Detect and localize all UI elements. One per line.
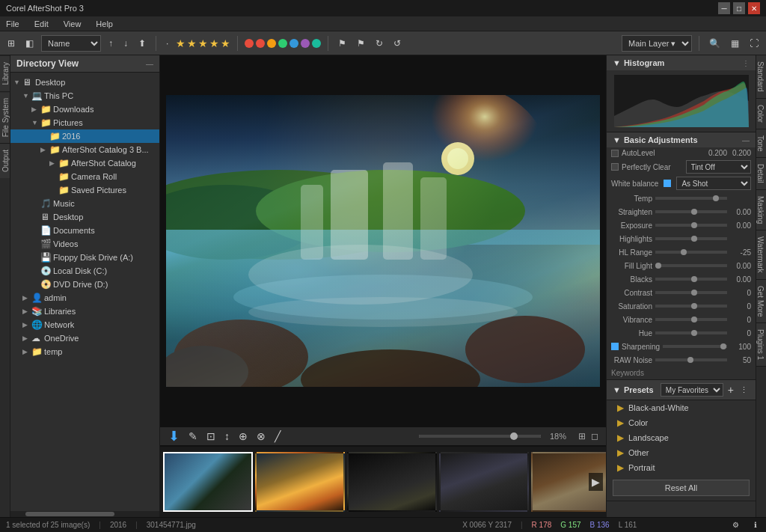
tab-watermark[interactable]: Watermark [756,230,766,280]
tree-item-saved-pictures[interactable]: 📁 Saved Pictures [10,183,159,197]
contrast-slider[interactable] [655,291,727,294]
filmstrip-icon[interactable]: ▦ [728,37,742,50]
tree-item-videos[interactable]: 🎬 Videos [10,237,159,251]
catalog-icon[interactable]: ◧ [22,37,37,50]
image-viewer[interactable] [160,55,606,426]
maximize-button[interactable]: □ [733,2,745,14]
tab-library[interactable]: Library [0,55,10,91]
tree-item-desktop[interactable]: ▼ 🖥 Desktop [10,76,159,89]
tree-item-admin[interactable]: ▶ 👤 admin [10,291,159,305]
clone-tool[interactable]: ⊕ [236,429,250,444]
tab-masking[interactable]: Masking [756,190,766,230]
reject-icon[interactable]: ⚑ [354,37,368,50]
minimize-button[interactable]: ─ [718,2,730,14]
color-purple[interactable] [301,39,310,48]
presets-tab-dropdown[interactable]: My Favorites [661,383,723,397]
preset-portrait[interactable]: ▶ Portrait [607,460,756,475]
tab-file-system[interactable]: File System [0,91,10,143]
wb-checkbox[interactable] [664,180,671,187]
color-blue[interactable] [289,39,298,48]
tree-item-floppy[interactable]: 💾 Floppy Disk Drive (A:) [10,251,159,264]
tree-item-aftershot-3[interactable]: ▶ 📁 AfterShot Catalog 3 B... [10,143,159,156]
tree-item-aftershot-catalog[interactable]: ▶ 📁 AfterShot Catalog [10,156,159,170]
basic-adj-options[interactable]: — [742,136,750,144]
basic-adj-header[interactable]: ▼ Basic Adjustments — [607,132,756,147]
file-tree-scrollbar[interactable] [10,511,159,517]
tab-plugins[interactable]: Plugins 1 [756,323,766,367]
sort-dropdown[interactable]: Name [41,35,101,52]
preset-color[interactable]: ▶ Color [607,415,756,430]
color-teal[interactable] [312,39,321,48]
color-green[interactable] [278,39,287,48]
flag-icon[interactable]: · [163,37,171,50]
rotate-cw-icon[interactable]: ↻ [373,37,386,50]
grid-view-btn[interactable]: ⊞ [577,429,587,443]
sort-asc-icon[interactable]: ↑ [105,37,116,50]
menu-file[interactable]: File [3,18,22,30]
tree-item-camera-roll[interactable]: 📁 Camera Roll [10,170,159,183]
presets-header[interactable]: ▼ Presets My Favorites + ⋮ [607,380,756,400]
tab-standard[interactable]: Standard [756,55,766,99]
tree-item-downloads[interactable]: ▶ 📁 Downloads [10,103,159,116]
star-2[interactable]: ★ [187,37,197,49]
tree-item-this-pc[interactable]: ▼ 💻 This PC [10,89,159,103]
sharpening-slider[interactable] [663,345,727,348]
thumb-1[interactable] [163,452,253,512]
menu-view[interactable]: View [61,18,85,30]
menu-edit[interactable]: Edit [31,18,52,30]
star-1[interactable]: ★ [176,37,186,49]
tree-item-2016[interactable]: 📁 2016 [10,129,159,143]
tree-item-desktop2[interactable]: 🖥 Desktop [10,210,159,224]
sort-desc-icon[interactable]: ↓ [120,37,131,50]
thumb-4[interactable] [439,452,529,512]
preset-other[interactable]: ▶ Other [607,445,756,460]
tab-tone[interactable]: Tone [756,129,766,159]
tree-item-local-disk[interactable]: 💿 Local Disk (C:) [10,264,159,278]
highlights-slider[interactable] [655,237,727,240]
fullscreen-icon[interactable]: ⛶ [747,37,762,50]
tab-output[interactable]: Output [0,143,10,178]
tree-item-dvd[interactable]: 📀 DVD Drive (D:) [10,278,159,291]
sharp-checkbox[interactable] [611,343,619,350]
histogram-options[interactable]: ⋮ [742,59,750,67]
library-icon[interactable]: ⊞ [4,37,18,50]
export-icon[interactable]: ⬆ [135,37,149,50]
preset-landscape[interactable]: ▶ Landscape [607,430,756,445]
thumb-2[interactable] [255,452,345,512]
single-view-btn[interactable]: ◻ [589,429,600,443]
star-3[interactable]: ★ [198,37,208,49]
filmstrip-next[interactable]: ▶ [589,473,603,491]
fill-light-slider[interactable] [655,264,727,267]
menu-help[interactable]: Help [93,18,116,30]
close-button[interactable]: ✕ [748,2,760,14]
color-orange[interactable] [267,39,276,48]
tree-item-pictures[interactable]: ▼ 📁 Pictures [10,116,159,129]
zoom-icon[interactable]: 🔍 [706,37,723,50]
temp-slider[interactable] [655,197,727,200]
tree-item-music[interactable]: 🎵 Music [10,197,159,210]
layer-dropdown[interactable]: Main Layer ▾ [622,35,692,52]
tab-get-more[interactable]: Get More [756,280,766,324]
rotate-tool[interactable]: ↕ [222,429,232,444]
tree-item-onedrive[interactable]: ▶ ☁ OneDrive [10,331,159,345]
white-balance-dropdown[interactable]: As Shot [676,177,751,190]
autolevel-checkbox[interactable] [611,150,619,157]
tree-item-documents[interactable]: 📄 Documents [10,224,159,237]
flag2-icon[interactable]: ⚑ [335,37,349,50]
blacks-slider[interactable] [655,278,727,281]
presets-options-btn[interactable]: ⋮ [738,385,750,395]
heal-tool[interactable]: ⊗ [254,429,268,444]
rotate-ccw-icon[interactable]: ↺ [390,37,404,50]
perfectly-clear-checkbox[interactable] [611,163,619,171]
brush-tool[interactable]: ✎ [186,429,200,444]
vibrance-slider[interactable] [655,318,727,321]
color-red2[interactable] [256,39,265,48]
raw-noise-slider[interactable] [655,358,727,361]
tree-item-network[interactable]: ▶ 🌐 Network [10,318,159,331]
status-settings-btn[interactable]: ⚙ [729,519,742,531]
star-4[interactable]: ★ [209,37,219,49]
saturation-slider[interactable] [655,305,727,308]
tab-color[interactable]: Color [756,99,766,129]
thumb-3[interactable] [347,452,437,512]
select-tool[interactable]: ⬇ [166,426,182,446]
